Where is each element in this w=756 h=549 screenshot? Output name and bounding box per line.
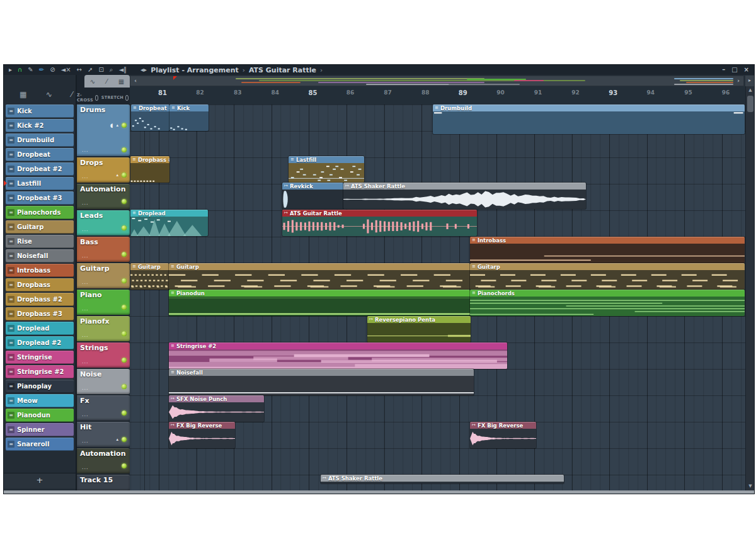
- track-header-hit[interactable]: Hit▴...: [77, 422, 130, 447]
- timeline-ruler[interactable]: 81828384858687888990919293949596: [130, 86, 745, 105]
- pattern-item-drumbuild[interactable]: ≡Drumbuild: [6, 133, 74, 147]
- track-menu-dots[interactable]: ...: [82, 200, 89, 206]
- wave-view-icon[interactable]: ∿: [46, 90, 52, 99]
- track-mute-led[interactable]: [122, 225, 127, 230]
- track-menu-dots[interactable]: ...: [82, 253, 89, 259]
- track-menu-dots[interactable]: ...: [82, 465, 89, 470]
- mute-speaker-icon[interactable]: ◄×: [61, 65, 71, 74]
- pattern-item-rise[interactable]: ≡Rise: [6, 235, 74, 248]
- snap-magnet-icon[interactable]: ∩: [18, 65, 22, 74]
- pattern-item-stringrise-2[interactable]: ≡Stringrise #2: [6, 365, 74, 378]
- pattern-item-introbass[interactable]: ≡Introbass: [6, 264, 74, 277]
- track-mute-led[interactable]: [122, 463, 127, 468]
- playback-marker-icon[interactable]: ➚: [88, 65, 93, 74]
- pattern-item-spinner[interactable]: ≡Spinner: [6, 423, 74, 436]
- breadcrumb-arrangement[interactable]: Playlist - Arrangement: [151, 66, 239, 74]
- pattern-item-meow[interactable]: ≡Meow: [6, 394, 74, 407]
- scroll-left-button[interactable]: ‹: [130, 76, 140, 86]
- scroll-right-button[interactable]: ›: [733, 76, 743, 86]
- track-menu-dots[interactable]: ...: [82, 174, 89, 179]
- track-menu-dots[interactable]: ...: [82, 227, 89, 232]
- track-header-noise[interactable]: Noise...: [77, 369, 130, 394]
- clip-ats-guitar-rattle[interactable]: ↦ATS Guitar Rattle: [282, 210, 477, 236]
- playhead-marker[interactable]: [173, 76, 177, 80]
- clip-guitarp[interactable]: ≡Guitarp: [130, 263, 169, 290]
- audio-tab-icon[interactable]: ∿: [90, 78, 95, 85]
- clip-pianochords[interactable]: ≡Pianochords: [470, 290, 745, 316]
- pattern-item-guitarp[interactable]: ≡Guitarp: [6, 220, 74, 234]
- clip-pianodun[interactable]: ≡Pianodun: [169, 290, 470, 316]
- track-menu-dots[interactable]: ...: [82, 438, 89, 444]
- clip-dropbeat-2[interactable]: ≡Dropbeat #2: [131, 105, 169, 131]
- clip-fx-big-reverse[interactable]: ↦FX Big Reverse: [470, 422, 536, 448]
- track-header-drops[interactable]: Drops▴...: [77, 157, 130, 183]
- scrollbar-thumb[interactable]: [747, 96, 753, 112]
- clip-introbass[interactable]: ≡Introbass: [470, 237, 745, 263]
- add-pattern-button[interactable]: +: [4, 473, 76, 489]
- preview-speaker-icon[interactable]: ◄‖: [118, 65, 127, 74]
- play-icon[interactable]: ▸: [9, 65, 12, 74]
- track-menu-dots[interactable]: ...: [82, 147, 89, 153]
- clip-fx-big-reverse[interactable]: ↦FX Big Reverse: [169, 422, 235, 448]
- piano-view-icon[interactable]: ▦: [20, 90, 26, 99]
- minimap-corner-button[interactable]: ▸: [745, 76, 754, 86]
- track-header-leads[interactable]: Leads...: [77, 210, 130, 235]
- vertical-scrollbar[interactable]: ▲ ▼: [745, 86, 754, 490]
- pattern-item-droplead[interactable]: ≡Droplead: [6, 322, 74, 335]
- track-menu-dots[interactable]: ...: [82, 280, 89, 285]
- pattern-item-pianodun[interactable]: ≡Pianodun: [6, 409, 74, 422]
- track-menu-dots[interactable]: ...: [82, 306, 89, 312]
- track-collapse-icon[interactable]: ▴: [116, 123, 118, 128]
- track-collapse-icon[interactable]: ▴: [116, 173, 118, 178]
- zcross-toggle[interactable]: [95, 95, 98, 101]
- track-header-drums[interactable]: Drums◖▴...: [77, 105, 130, 156]
- track-header-fx[interactable]: Fx...: [77, 395, 130, 421]
- pattern-item-dropbass[interactable]: ≡Dropbass: [6, 278, 74, 291]
- clip-guitarp[interactable]: ≡Guitarp: [470, 263, 745, 290]
- zoom-select-icon[interactable]: ⊡: [98, 65, 103, 74]
- track-mute-led[interactable]: [122, 147, 127, 152]
- track-header-guitarp[interactable]: Guitarp...: [77, 263, 130, 288]
- track-mute-led[interactable]: [122, 437, 127, 442]
- clip-lastfill[interactable]: ≡Lastfill: [289, 156, 364, 183]
- pattern-item-noisefall[interactable]: ≡Noisefall: [6, 249, 74, 263]
- slip-icon[interactable]: ⊘: [50, 65, 55, 74]
- pattern-item-pianoplay[interactable]: ≡Pianoplay: [6, 380, 74, 393]
- clip-drumbuild[interactable]: ≡Drumbuild: [433, 105, 745, 134]
- paperclip-icon[interactable]: ✎: [28, 65, 33, 74]
- pattern-item-dropbeat-3[interactable]: ≡Dropbeat #3: [6, 191, 74, 205]
- track-mute-led[interactable]: [122, 278, 127, 283]
- pattern-item-lastfill[interactable]: ≡Lastfill: [6, 177, 74, 190]
- draw-brush-icon[interactable]: ✏: [39, 65, 44, 74]
- clip-ats-shaker-rattle[interactable]: ↦ATS Shaker Rattle: [343, 183, 586, 209]
- track-mute-led[interactable]: [122, 410, 127, 416]
- pattern-item-dropbass-3[interactable]: ≡Dropbass #3: [6, 307, 74, 320]
- clip-sfx-noise-punch[interactable]: ↦SFX Noise Punch: [169, 395, 264, 422]
- clip-guitarp[interactable]: ≡Guitarp: [169, 263, 470, 290]
- clip-reversepiano-penta[interactable]: ↦Reversepiano Penta: [367, 316, 471, 342]
- slide-view-icon[interactable]: ⁄: [71, 90, 72, 99]
- track-mute-led[interactable]: [122, 123, 127, 128]
- pattern-item-dropbass-2[interactable]: ≡Dropbass #2: [6, 293, 74, 306]
- breadcrumb-selection[interactable]: ATS Guitar Rattle: [249, 66, 316, 74]
- pattern-item-snareroll[interactable]: ≡Snareroll: [6, 438, 74, 451]
- clip-stringrise-2[interactable]: ≡Stringrise #2: [169, 342, 507, 369]
- pattern-item-stringrise[interactable]: ≡Stringrise: [6, 351, 74, 364]
- magnifier-icon[interactable]: ⌕: [110, 65, 113, 74]
- track-mute-led[interactable]: [122, 173, 127, 178]
- clip-ats-shaker-rattle[interactable]: ↦ATS Shaker Rattle: [321, 475, 564, 484]
- track-mute-led[interactable]: [122, 252, 127, 257]
- track-menu-dots[interactable]: ...: [82, 385, 89, 391]
- track-mute-led[interactable]: [122, 384, 127, 389]
- pattern-item-dropbeat-2[interactable]: ≡Dropbeat #2: [6, 162, 74, 176]
- clip-kick[interactable]: ≡Kick: [169, 105, 209, 131]
- track-mute-led[interactable]: [122, 331, 127, 336]
- pattern-item-pianochords[interactable]: ≡Pianochords: [6, 206, 74, 219]
- track-mute-led[interactable]: [122, 305, 127, 310]
- track-menu-dots[interactable]: ...: [82, 359, 89, 365]
- track-mute-led[interactable]: [122, 199, 127, 204]
- scroll-up-button[interactable]: ▲: [746, 86, 754, 94]
- track-header-pianofx[interactable]: Pianofx...: [77, 316, 130, 341]
- track-header-bass[interactable]: Bass...: [77, 237, 130, 262]
- playlist-minimap[interactable]: ‹ ›: [130, 76, 744, 86]
